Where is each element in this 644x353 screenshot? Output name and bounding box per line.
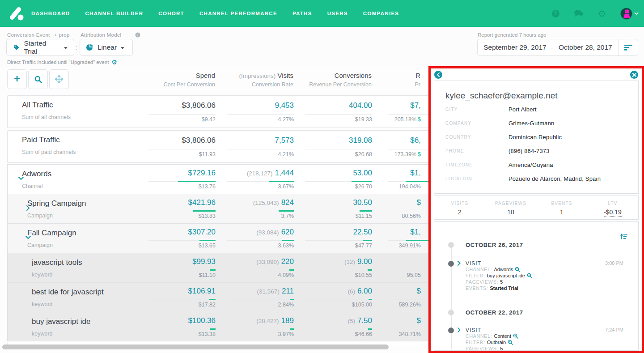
field-label: LOCATION xyxy=(445,176,472,181)
tag-icon xyxy=(13,44,20,51)
table-row[interactable]: Spring Campaign Campaign $421.96$13.83 (… xyxy=(7,194,454,223)
magnifier-plus-icon[interactable] xyxy=(508,340,513,345)
close-icon[interactable] xyxy=(630,71,638,79)
date-end: October 28, 2017 xyxy=(559,43,612,51)
field-value: Port Albert xyxy=(508,106,537,113)
user-email: kylee_schaefer@example.net xyxy=(445,91,558,101)
visit-title[interactable]: VISIT xyxy=(466,327,481,333)
note-settings-gear-icon[interactable]: ⚙ xyxy=(111,59,117,66)
top-nav: DASHBOARD CHANNEL BUILDER COHORT CHANNEL… xyxy=(0,0,644,27)
visit-filter: FILTER: buy javascript ide xyxy=(466,273,532,278)
row-name: buy javascript ide xyxy=(32,317,90,326)
revenue-sub: 205.18%$ xyxy=(394,116,421,123)
field-value: (896) 864-7373 xyxy=(508,148,550,154)
user-detail-panel: kylee_schaefer@example.net CITY Port Alb… xyxy=(428,66,644,353)
column-header-visits[interactable]: (Impressions) Visits Conversion Rate xyxy=(204,72,293,88)
nav-item-paths[interactable]: PATHS xyxy=(292,11,312,16)
revenue-value: $ xyxy=(417,287,421,296)
stat-events: EVENTS1 xyxy=(536,196,587,219)
visit-expand-chevron-icon[interactable] xyxy=(458,261,461,266)
user-stats-card: VISITS2 PAGEVIEWS10 EVENTS1 LTV-$0.19 xyxy=(434,196,639,220)
field-label: COMPANY xyxy=(445,121,471,126)
table-row[interactable]: buy javascript ide keyword $100.36$13.38… xyxy=(7,312,454,341)
column-header-spend[interactable]: Spend Cost Per Conversion xyxy=(126,72,215,88)
revenue-sub: 348.71% xyxy=(399,331,421,337)
row-type: Campaign xyxy=(27,213,53,219)
field-label: TIMEZONE xyxy=(445,162,473,167)
row-type: Sum of paid channels xyxy=(22,149,76,155)
table-row[interactable]: Paid Traffic Sum of paid channels $3,806… xyxy=(7,130,454,163)
pie-chart-icon xyxy=(86,44,93,51)
row-name: Fall Campaign xyxy=(27,229,76,238)
table-row[interactable]: Fall Campaign Campaign $307.20$13.65 (93… xyxy=(7,223,454,253)
nav-item-cohort[interactable]: COHORT xyxy=(158,11,184,16)
timeline-date: OCTOBER 22, 2017 xyxy=(466,309,523,316)
revenue-value: $ xyxy=(417,198,421,207)
visit-channel: CHANNEL: Content xyxy=(466,333,518,339)
nav-item-channel-performance[interactable]: CHANNEL PERFORMANCE xyxy=(199,11,277,16)
revenue-sub: 589.26% xyxy=(399,302,421,308)
row-type: Channel xyxy=(22,183,43,189)
revenue-sub: 80.56% xyxy=(402,213,421,219)
horizontal-scrollbar[interactable] xyxy=(2,344,389,349)
app-logo-icon[interactable] xyxy=(8,5,26,21)
account-menu[interactable] xyxy=(620,8,639,20)
timeline-date-dot xyxy=(448,242,454,248)
column-header-conversions[interactable]: Conversions Revenue Per Conversion xyxy=(282,72,372,88)
revenue-value: $1, xyxy=(410,169,421,178)
help-icon[interactable]: ? xyxy=(551,9,560,18)
nav-item-companies[interactable]: COMPANIES xyxy=(363,11,399,16)
attribution-model-value: Linear xyxy=(97,43,117,51)
field-value: America/Guyana xyxy=(508,162,553,168)
timeline-event-dot xyxy=(448,261,454,267)
nav-item-dashboard[interactable]: DASHBOARD xyxy=(31,11,70,16)
field-label: COUNTRY xyxy=(445,135,471,140)
nav-item-users[interactable]: USERS xyxy=(327,11,348,16)
timeline-date-dot xyxy=(448,310,454,315)
table-row[interactable]: javascript tools keyword $99.93$11.10 (3… xyxy=(7,253,454,282)
revenue-value: $ xyxy=(417,316,421,325)
attribution-model-dropdown[interactable]: Linear xyxy=(80,39,133,56)
field-label: PHONE xyxy=(445,149,464,153)
stat-pageviews: PAGEVIEWS10 xyxy=(485,196,536,219)
date-range-picker[interactable]: September 29, 2017 – October 28, 2017 xyxy=(477,39,638,56)
conversion-event-dropdown[interactable]: Started Trial xyxy=(6,39,74,56)
visit-time: 7:24 PM xyxy=(605,327,623,332)
visit-events: EVENTS: Started Trial xyxy=(466,285,518,291)
chat-icon[interactable] xyxy=(574,9,584,18)
chevron-down-icon xyxy=(634,12,639,15)
row-type: keyword xyxy=(32,331,53,337)
settings-gear-icon[interactable]: ⚙ xyxy=(597,9,607,18)
nav-item-channel-builder[interactable]: CHANNEL BUILDER xyxy=(85,11,143,16)
table-row[interactable]: best ide for javascript keyword $106.91$… xyxy=(7,282,454,312)
magnifier-plus-icon[interactable] xyxy=(527,273,532,278)
avatar[interactable] xyxy=(620,8,632,20)
table-row[interactable]: All Traffic Sum of all channels $3,806.0… xyxy=(7,95,454,128)
date-start: September 29, 2017 xyxy=(483,43,546,51)
row-type: Sum of all channels xyxy=(22,114,71,120)
magnifier-plus-icon[interactable] xyxy=(515,267,520,272)
add-prop-link[interactable]: + prop xyxy=(54,32,70,38)
move-icon xyxy=(55,75,63,83)
stat-visits: VISITS2 xyxy=(434,196,485,219)
column-header-revenue[interactable]: R Pr xyxy=(376,72,420,88)
timeline-sort-icon[interactable] xyxy=(620,234,627,240)
search-button[interactable] xyxy=(28,69,48,89)
back-button[interactable] xyxy=(434,71,442,79)
field-label: CITY xyxy=(445,107,458,112)
conversion-event-value: Started Trial xyxy=(24,39,60,55)
caret-down-icon xyxy=(121,47,124,49)
nav-menu: DASHBOARD CHANNEL BUILDER COHORT CHANNEL… xyxy=(31,0,399,27)
table-row[interactable]: Adwords Channel $729.16$13.76 (218,127)1… xyxy=(7,164,454,194)
info-icon[interactable]: i xyxy=(135,32,140,38)
date-sort-icon[interactable] xyxy=(618,39,638,55)
add-channel-button[interactable]: + xyxy=(7,69,27,89)
filter-bar: Conversion Event + prop Attribution Mode… xyxy=(0,27,644,66)
visit-title[interactable]: VISIT xyxy=(466,260,481,267)
visit-expand-chevron-icon[interactable] xyxy=(458,327,461,332)
caret-down-icon xyxy=(64,47,68,49)
stat-ltv[interactable]: LTV-$0.19 xyxy=(587,196,638,219)
magnifier-plus-icon[interactable] xyxy=(513,333,518,339)
move-columns-button[interactable] xyxy=(49,69,69,89)
timeline-date: OCTOBER 26, 2017 xyxy=(466,242,523,248)
